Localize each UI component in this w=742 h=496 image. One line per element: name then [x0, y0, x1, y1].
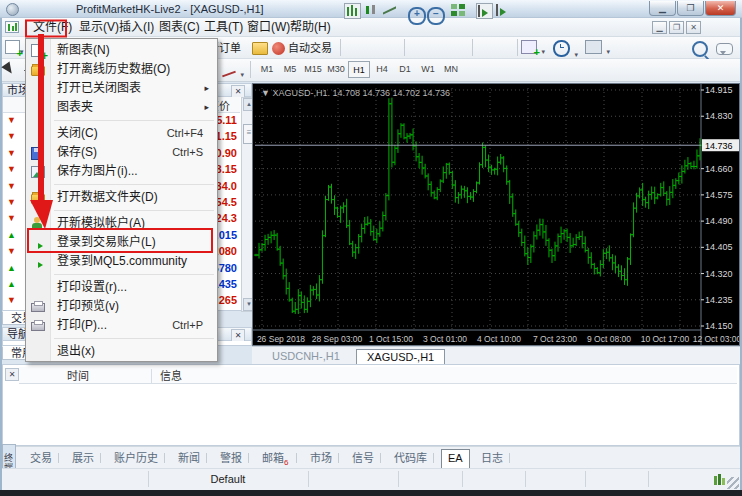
- file-menu-dropdown: 新图表(N)打开离线历史数据(O)打开已关闭图表▸图表夹▸关闭(C)Ctrl+F…: [25, 38, 218, 362]
- zoom-in-button[interactable]: +: [408, 3, 425, 19]
- file-menu-item[interactable]: 打开离线历史数据(O): [26, 60, 217, 79]
- candlestick-mode-button[interactable]: [363, 3, 380, 19]
- tab-separator: [206, 453, 207, 463]
- bar-chart-mode-button[interactable]: [344, 3, 361, 19]
- timeframe-mn[interactable]: MN: [440, 61, 462, 78]
- tab-separator: [380, 453, 381, 463]
- message-column-header[interactable]: 信息: [151, 369, 182, 383]
- bottom-tab-11[interactable]: 日志: [475, 450, 509, 466]
- bottom-tab-9[interactable]: 代码库: [388, 450, 433, 466]
- chat-icon[interactable]: [716, 41, 733, 59]
- restore-button[interactable]: ❐: [677, 1, 704, 16]
- chart-window-icon[interactable]: [5, 21, 19, 33]
- autotrading-button[interactable]: 自动交易: [272, 38, 332, 58]
- time-column-header[interactable]: 时间: [67, 369, 89, 383]
- submenu-arrow-icon: ▸: [204, 102, 209, 112]
- timeframe-w1[interactable]: W1: [417, 61, 439, 78]
- metaeditor-icon[interactable]: [252, 41, 268, 59]
- chart-tab-usdcnhh1[interactable]: USDCNH-,H1: [262, 349, 350, 364]
- resize-grip[interactable]: [727, 477, 739, 489]
- status-profile[interactable]: Default: [148, 471, 309, 487]
- folder-icon: [31, 194, 45, 204]
- menu-item-label: 打开离线历史数据(O): [57, 62, 170, 77]
- line-studies-dropdown[interactable]: ▾: [222, 63, 244, 85]
- tick-up-icon: ▲: [7, 231, 16, 240]
- file-menu-item[interactable]: 图表夹▸: [26, 98, 217, 117]
- file-menu-item[interactable]: 保存为图片(i)...: [26, 162, 217, 181]
- bottom-tab-10[interactable]: EA: [441, 449, 470, 469]
- price-chart[interactable]: 14.73614.91514.83014.66014.57514.49014.4…: [253, 84, 739, 345]
- auto-scroll-button[interactable]: [495, 3, 512, 19]
- svg-text:14.575: 14.575: [705, 190, 733, 200]
- search-icon[interactable]: [692, 41, 708, 61]
- tile-windows-button[interactable]: [450, 3, 467, 19]
- bottom-tab-6[interactable]: 邮箱6: [256, 450, 294, 466]
- line-chart-mode-button[interactable]: [382, 3, 399, 19]
- menu-item-label: 保存为图片(i)...: [57, 164, 138, 179]
- bottom-tab-1[interactable]: 交易: [24, 450, 58, 466]
- status-bar-chart-icon: [714, 474, 727, 485]
- cursor-tool-icon[interactable]: [5, 63, 15, 83]
- file-menu-item[interactable]: 关闭(C)Ctrl+F4: [26, 124, 217, 143]
- menu-item-label: 打开已关闭图表: [57, 81, 141, 96]
- terminal-close-icon[interactable]: ✕: [5, 368, 19, 381]
- file-menu-item[interactable]: 登录到MQL5.community: [26, 252, 217, 271]
- file-menu-item[interactable]: 保存(S)Ctrl+S: [26, 143, 217, 162]
- bottom-tab-5[interactable]: 警报: [214, 450, 248, 466]
- chart-shift-button[interactable]: [476, 3, 493, 19]
- bottom-tab-3[interactable]: 账户历史: [108, 450, 164, 466]
- close-button[interactable]: ✕: [705, 1, 736, 16]
- menu-separator: [54, 338, 214, 339]
- status-cell: [585, 471, 649, 487]
- chart-window[interactable]: 14.73614.91514.83014.66014.57514.49014.4…: [252, 83, 740, 346]
- bid-price: 54.5: [216, 196, 237, 208]
- bottom-tab-4[interactable]: 新闻: [172, 450, 206, 466]
- file-menu-item[interactable]: 登录到交易账户(L): [26, 233, 217, 252]
- svg-text:9 Oct 08:00: 9 Oct 08:00: [587, 334, 631, 344]
- timeframe-d1[interactable]: D1: [394, 61, 416, 78]
- folder-icon: [31, 66, 45, 76]
- timeframe-h4[interactable]: H4: [371, 61, 393, 78]
- menu-item-6[interactable]: 帮助(H): [283, 19, 338, 36]
- status-cell: [308, 471, 399, 487]
- minimize-button[interactable]: ▁: [649, 1, 676, 16]
- terminal-panel: ✕ 时间 信息: [2, 364, 740, 446]
- svg-text:3 Oct 01:00: 3 Oct 01:00: [423, 334, 467, 344]
- file-menu-item[interactable]: 打开已关闭图表▸: [26, 79, 217, 98]
- menu-item-label: 打开数据文件夹(D): [57, 190, 158, 205]
- menu-item-label: 图表夹: [57, 100, 93, 115]
- tick-down-icon: ▼: [7, 247, 16, 256]
- menu-shortcut: Ctrl+S: [172, 146, 203, 158]
- file-menu-item[interactable]: 退出(x): [26, 342, 217, 361]
- bottom-tab-2[interactable]: 展示: [66, 450, 100, 466]
- file-menu-item[interactable]: 打印设置(r)...: [26, 278, 217, 297]
- svg-text:12 Oct 03:00: 12 Oct 03:00: [693, 334, 739, 344]
- timeframe-m30[interactable]: M30: [325, 61, 347, 78]
- file-menu-item[interactable]: 打开数据文件夹(D): [26, 188, 217, 207]
- bid-price: 24.3: [216, 212, 237, 224]
- timeframe-m5[interactable]: M5: [279, 61, 301, 78]
- timeframe-m1[interactable]: M1: [256, 61, 278, 78]
- menu-item-label: 退出(x): [57, 344, 95, 359]
- app-logo-icon: [6, 3, 19, 16]
- menu-item-label: 打印(P)...: [57, 318, 107, 333]
- menu-item-label: 关闭(C): [57, 126, 98, 141]
- window-title: ProfitMarketHK-Live2 - [XAGUSD-,H1]: [76, 3, 264, 15]
- tab-separator: [100, 453, 101, 463]
- terminal-tab-strip: 交易展示账户历史新闻警报邮箱6市场信号代码库EA日志: [2, 446, 740, 468]
- file-menu-item[interactable]: 打印(P)...Ctrl+P: [26, 316, 217, 335]
- chart-minimize-button[interactable]: ▁: [652, 21, 667, 34]
- file-menu-item[interactable]: 新图表(N): [26, 41, 217, 60]
- bottom-tab-8[interactable]: 信号: [346, 450, 380, 466]
- file-menu-item[interactable]: 开新模拟帐户(A): [26, 214, 217, 233]
- file-menu-item[interactable]: 打印预览(v): [26, 297, 217, 316]
- status-bar: Default: [2, 468, 740, 490]
- image-icon: [31, 166, 45, 178]
- chart-close-button[interactable]: ✕: [686, 21, 701, 34]
- zoom-out-button[interactable]: −: [427, 3, 444, 19]
- bottom-tab-7[interactable]: 市场: [304, 450, 338, 466]
- timeframe-m15[interactable]: M15: [302, 61, 324, 78]
- timeframe-h1[interactable]: H1: [348, 61, 370, 78]
- chart-restore-button[interactable]: ❐: [669, 21, 684, 34]
- svg-text:14.405: 14.405: [705, 242, 733, 252]
